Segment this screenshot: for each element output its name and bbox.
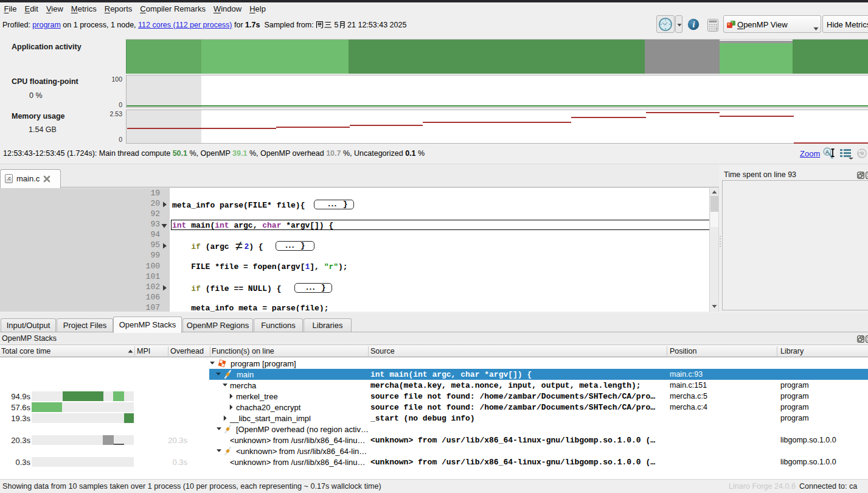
svg-text:i: i bbox=[693, 20, 695, 29]
